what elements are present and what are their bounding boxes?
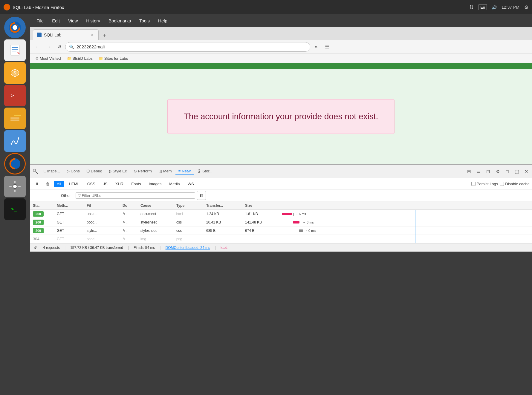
new-tab-button[interactable]: + [100,30,109,40]
row3-file: seed... [85,237,121,241]
disable-cache-checkbox[interactable] [500,182,504,186]
filter-other-button[interactable]: Other [58,192,74,199]
persist-logs-text: Persist Logs [477,182,498,186]
devtools-tab-inspector[interactable]: □ Inspe... [41,168,63,175]
filter-ws-button[interactable]: WS [185,181,197,187]
menu-view[interactable]: View [65,17,81,25]
menu-file[interactable]: File [33,17,47,25]
svg-rect-19 [9,186,12,187]
devtools-responsive-button[interactable]: ⊡ [484,167,493,176]
filter-images-button[interactable]: Images [146,181,165,187]
sidebar-icon-file-manager[interactable] [4,108,26,129]
debugger-icon: ⬡ [86,169,90,173]
devtools-tab-style-editor[interactable]: {} Style Ec [106,168,130,175]
menu-help[interactable]: Help [155,17,171,25]
row3-type: png [175,237,204,241]
network-clear-button[interactable]: 🗑 [43,179,52,188]
col-header-file: Fil [85,203,121,208]
forward-button[interactable]: → [44,42,53,52]
filter-all-button[interactable]: All [54,181,64,187]
row1-type: css [175,220,204,224]
error-message: The account information your provide doe… [182,110,380,123]
row2-method: GET [55,229,85,233]
extensions-button[interactable]: » [311,42,321,52]
sidebar-icon-sublime[interactable]: S [4,62,26,84]
lang-badge: En [479,4,487,10]
bookmark-most-visited[interactable]: ⚙ Most Visited [33,56,63,61]
tab-close-button[interactable]: × [90,32,95,38]
sidebar-icon-firefox2[interactable] [4,153,26,174]
network-pause-button[interactable]: ⏸ [32,179,41,188]
filter-xhr-button[interactable]: XHR [112,181,126,187]
devtools-tab-inspector-label: Inspe... [47,169,60,173]
filter-html-button[interactable]: HTML [66,181,82,187]
filter-url-input[interactable] [82,193,192,198]
bookmark-sites-for-labs[interactable]: 📁 Sites for Labs [96,56,131,61]
svg-rect-10 [9,115,21,123]
devtools-dock-button[interactable]: □ [503,167,512,176]
persist-logs-label: Persist Logs [471,182,498,186]
sidebar-icon-terminal[interactable]: >_ [4,198,26,220]
back-button[interactable]: ← [33,42,42,52]
col-header-cause: Cause [139,203,175,208]
devtools-pick-element-button[interactable] [31,167,40,176]
filter-fonts-button[interactable]: Fonts [128,181,144,187]
sidebar-icon-wireshark[interactable] [4,130,26,152]
row2-cause: stylesheet [139,229,175,233]
devtools-settings-button[interactable]: ⚙ [493,167,502,176]
address-bar[interactable]: 🔍 20232822mali [65,42,310,52]
status-badge-1: 200 [33,220,44,225]
hamburger-button[interactable]: ☰ [322,42,332,52]
network-row-1[interactable]: 200 GET boot... ✎... stylesheet css 20.4… [30,218,532,226]
filter-options-button[interactable]: ◧ [197,191,206,200]
statusbar-reload-button[interactable]: ↺ [32,245,38,251]
sidebar-icon-notes[interactable] [4,39,26,61]
row3-cause: img [139,237,175,241]
network-row-3[interactable]: 304 GET seed... ✎... img png Time when "… [30,235,532,243]
title-bar: SQLi Lab - Mozilla Firefox ⇅ En 🔊 12:37 … [0,0,532,14]
devtools-tab-memory[interactable]: ◫ Mem [155,168,175,175]
finish-text: Finish: 54 ms [134,246,155,250]
devtools-statusbar: ↺ 4 requests | 157.72 KB / 36.47 KB tran… [30,243,532,252]
devtools-undock-button[interactable]: ⬚ [512,167,521,176]
devtools-tab-debugger[interactable]: ⬡ Debug [83,168,105,175]
svg-rect-17 [14,181,16,183]
devtools-tab-network[interactable]: ≡ Netw [175,168,194,175]
status-badge-2: 200 [33,228,44,233]
sidebar-icon-terminal-red[interactable]: >_ [4,85,26,106]
reload-button[interactable]: ↺ [54,42,64,52]
menu-bookmarks[interactable]: Bookmarks [105,17,134,25]
network-row-2[interactable]: 200 GET style... ✎... stylesheet css 685… [30,226,532,235]
browser-tab-sqli[interactable]: SQLi Lab × [33,29,99,40]
dcl-text[interactable]: DOMContentLoaded: 24 ms [166,246,210,250]
search-icon: 🔍 [69,45,74,49]
menu-history[interactable]: History [82,17,104,25]
network-row-0[interactable]: 200 GET unsa... ✎... document html 1.24 … [30,210,532,218]
bookmark-seed-labs[interactable]: 📁 SEED Labs [65,56,95,61]
devtools-tab-debugger-label: Debug [91,169,102,173]
devtools-split-vertical-button[interactable]: ▭ [474,167,483,176]
console-icon: ▷ [67,169,70,173]
performance-icon: ⊙ [134,169,137,173]
col-header-dc: Dc [121,203,139,208]
devtools-tab-storage[interactable]: 🗄 Stor... [194,168,215,175]
devtools-split-horizontal-button[interactable]: ⊟ [464,167,473,176]
filter-media-button[interactable]: Media [166,181,183,187]
col-header-status: Sta... [31,203,55,208]
devtools-tab-style-editor-label: Style Ec [113,169,127,173]
persist-logs-checkbox[interactable] [471,182,476,186]
menu-tools[interactable]: Tools [136,17,153,25]
network-table-header: Sta... Meth... Fil Dc Cause Type Transfe… [30,201,532,210]
sidebar-icon-firefox[interactable] [4,17,26,38]
row2-status: 200 [31,228,55,233]
page-top-bar [30,63,532,69]
devtools-tab-console[interactable]: ▷ Cons [64,168,83,175]
row1-dc: ✎... [121,220,139,224]
filter-css-button[interactable]: CSS [84,181,98,187]
devtools-tab-performance[interactable]: ⊙ Perform [131,168,155,175]
menu-edit[interactable]: Edit [48,17,63,25]
devtools-close-button[interactable]: ✕ [522,167,531,176]
sidebar-icon-settings[interactable] [4,176,26,197]
row3-dc: ✎... [121,237,139,241]
filter-js-button[interactable]: JS [100,181,111,187]
